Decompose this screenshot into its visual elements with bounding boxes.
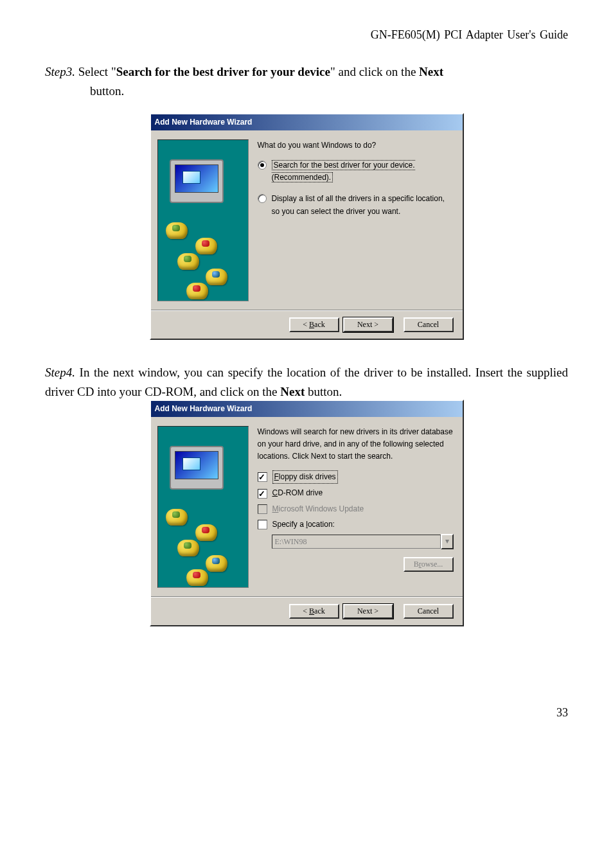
checkbox-windows-update-label: Microsoft Windows Update bbox=[272, 503, 364, 515]
dialog1-question: What do you want Windows to do? bbox=[258, 139, 454, 152]
checkbox-icon bbox=[258, 472, 267, 482]
step4-block: Step4. In the next window, you can speci… bbox=[45, 363, 568, 402]
dialog2-titlebar: Add New Hardware Wizard bbox=[151, 401, 463, 417]
wizard-side-art bbox=[157, 139, 249, 301]
step3-text-a: Select " bbox=[75, 65, 116, 78]
checkbox-floppy[interactable]: Floppy disk drives bbox=[258, 470, 454, 484]
dialog1-titlebar: Add New Hardware Wizard bbox=[151, 114, 463, 130]
back-button[interactable]: < Back bbox=[289, 317, 339, 332]
cancel-button[interactable]: Cancel bbox=[404, 317, 454, 332]
page-header: GN-FE605(M) PCI Adapter User's Guide bbox=[45, 26, 568, 44]
step4-body-b: button. bbox=[305, 385, 342, 398]
checkbox-cdrom-label: CD-ROM drive bbox=[272, 487, 323, 499]
checkbox-icon bbox=[258, 489, 267, 499]
radio-search-best[interactable]: Search for the best driver for your devi… bbox=[258, 159, 454, 184]
next-button[interactable]: Next > bbox=[343, 604, 393, 619]
step4-label: Step4. bbox=[45, 366, 75, 379]
checkbox-icon bbox=[258, 520, 267, 529]
wizard-side-art bbox=[157, 426, 249, 588]
checkbox-specify-location[interactable]: Specify a location: bbox=[258, 518, 454, 531]
checkbox-windows-update: Microsoft Windows Update bbox=[258, 503, 454, 515]
step3-text-b: " and click on the bbox=[330, 65, 419, 78]
radio-dot-icon bbox=[258, 194, 267, 203]
back-button[interactable]: < Back bbox=[289, 604, 339, 619]
radio-display-list-label: Display a list of all the drivers in a s… bbox=[272, 193, 454, 217]
radio-dot-icon bbox=[258, 161, 267, 170]
radio-search-best-label: Search for the best driver for your devi… bbox=[272, 160, 415, 182]
checkbox-cdrom[interactable]: CD-ROM drive bbox=[258, 487, 454, 499]
checkbox-floppy-label: Floppy disk drives bbox=[272, 470, 338, 484]
step3-button-line: button. bbox=[90, 82, 568, 101]
cancel-button[interactable]: Cancel bbox=[404, 604, 454, 619]
dialog-add-hardware-2: Add New Hardware Wizard Windows will sea… bbox=[150, 400, 464, 626]
browse-button: Browse... bbox=[404, 557, 454, 572]
step4-bold: Next bbox=[280, 385, 305, 398]
page-number: 33 bbox=[45, 704, 568, 722]
dropdown-icon: ▾ bbox=[441, 534, 454, 549]
dialog-add-hardware-1: Add New Hardware Wizard What do you want… bbox=[150, 113, 464, 340]
radio-display-list[interactable]: Display a list of all the drivers in a s… bbox=[258, 193, 454, 217]
step3-block: Step3. Select "Search for the best drive… bbox=[45, 62, 568, 102]
dialog2-intro: Windows will search for new drivers in i… bbox=[258, 426, 454, 463]
step3-bold-b: Next bbox=[419, 65, 443, 78]
checkbox-icon bbox=[258, 504, 267, 514]
step3-bold-a: Search for the best driver for your devi… bbox=[116, 65, 330, 78]
checkbox-specify-location-label: Specify a location: bbox=[272, 518, 335, 531]
location-path-input bbox=[272, 535, 441, 549]
step3-label: Step3. bbox=[45, 65, 75, 78]
next-button[interactable]: Next > bbox=[343, 317, 393, 332]
